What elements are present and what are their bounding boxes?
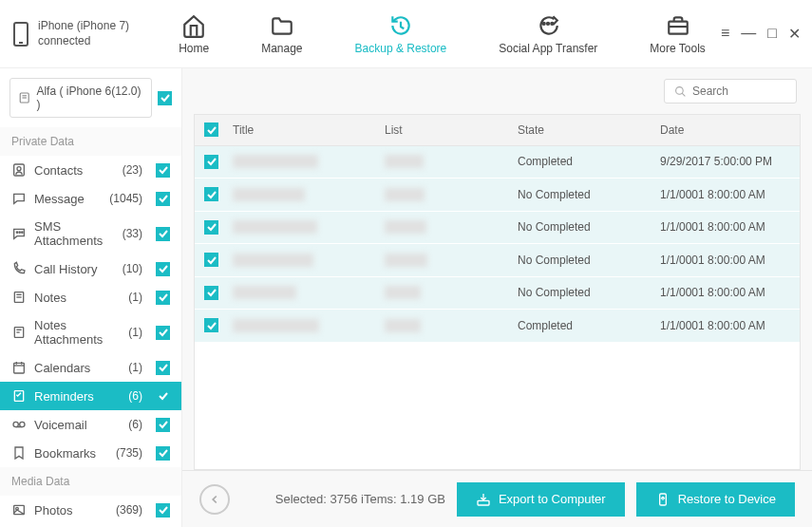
sidebar-item-reminders[interactable]: Reminders (6) (0, 382, 181, 410)
blurred-title: x (233, 220, 317, 234)
bookmark-icon (11, 445, 27, 461)
device-status: connected (38, 34, 129, 49)
blurred-title: x (233, 188, 305, 201)
folder-icon (270, 13, 294, 38)
svg-point-39 (676, 86, 684, 94)
restore-button[interactable]: Restore to Device (636, 482, 795, 517)
row-state: No Completed (518, 254, 660, 267)
maximize-icon[interactable]: □ (767, 25, 777, 43)
backup-selector[interactable]: Alfa ( iPhone 6(12.0) ) (9, 78, 152, 118)
device-info: iPhone (iPhone 7) connected (11, 19, 163, 48)
menu-icon[interactable]: ≡ (721, 25, 729, 43)
sidebar-item-contacts[interactable]: Contacts (23) (0, 156, 181, 184)
search-box[interactable] (664, 79, 797, 104)
svg-line-40 (682, 93, 685, 96)
blurred-title: x (233, 254, 313, 267)
svg-point-14 (22, 232, 23, 233)
sidebar-item-notes[interactable]: Notes (1) (0, 283, 181, 311)
col-date[interactable]: Date (660, 123, 790, 137)
blurred-list: x (385, 286, 421, 299)
svg-rect-25 (14, 391, 23, 402)
search-input[interactable] (692, 85, 786, 98)
calendar-icon (11, 360, 27, 375)
main-nav: Home Manage Backup & Restore Social App … (163, 13, 721, 55)
sidebar-item-notes-attachments[interactable]: Notes Attachments (1) (0, 311, 181, 353)
row-date: 1/1/0001 8:00:00 AM (660, 220, 790, 234)
row-checkbox[interactable] (204, 318, 218, 332)
blurred-list: x (385, 155, 424, 168)
home-icon (181, 13, 206, 38)
nav-home[interactable]: Home (179, 13, 209, 55)
checkbox[interactable] (156, 361, 170, 375)
checkbox[interactable] (156, 389, 170, 404)
sidebar-item-message[interactable]: Message (1045) (0, 184, 181, 213)
checkbox[interactable] (156, 192, 170, 206)
table-row[interactable]: xxNo Completed1/1/0001 8:00:00 AM (195, 277, 800, 311)
select-all-checkbox[interactable] (158, 91, 172, 105)
nav-manage[interactable]: Manage (261, 13, 302, 55)
checkbox[interactable] (156, 418, 170, 432)
nav-social[interactable]: Social App Transfer (499, 13, 597, 55)
select-all-rows[interactable] (204, 122, 218, 137)
svg-point-3 (547, 22, 549, 24)
blurred-list: x (385, 188, 425, 201)
sidebar-item-call-history[interactable]: Call History (10) (0, 254, 181, 283)
selected-summary: Selected: 3756 iTems: 1.19 GB (275, 492, 445, 506)
table-row[interactable]: xxCompleted9/29/2017 5:00:00 PM (195, 146, 800, 179)
blurred-title: x (233, 319, 319, 332)
table-row[interactable]: xxCompleted1/1/0001 8:00:00 AM (195, 310, 800, 343)
checkbox[interactable] (156, 326, 170, 340)
window-controls: ≡ — □ ✕ (721, 25, 801, 43)
checkbox[interactable] (156, 503, 170, 518)
device-name: iPhone (iPhone 7) (38, 19, 129, 34)
sidebar-item-sms-attachments[interactable]: SMS Attachments (33) (0, 213, 181, 254)
blurred-list: x (385, 254, 427, 267)
row-checkbox[interactable] (204, 253, 218, 267)
row-checkbox[interactable] (204, 187, 218, 201)
back-button[interactable] (199, 484, 230, 515)
sidebar-item-calendars[interactable]: Calendars (1) (0, 353, 181, 382)
sidebar-item-photos[interactable]: Photos (369) (0, 496, 181, 524)
sms-attach-icon (11, 226, 27, 241)
checkbox[interactable] (156, 446, 170, 461)
sidebar: Alfa ( iPhone 6(12.0) ) Private Data Con… (0, 68, 182, 527)
nav-more-tools[interactable]: More Tools (650, 13, 705, 55)
export-button[interactable]: Export to Computer (457, 482, 625, 517)
notes-icon (11, 290, 27, 305)
backup-restore-icon (388, 13, 413, 38)
sidebar-item-voicemail[interactable]: Voicemail (6) (0, 410, 181, 439)
row-date: 1/1/0001 8:00:00 AM (660, 254, 790, 267)
row-checkbox[interactable] (204, 220, 218, 235)
checkbox[interactable] (156, 227, 170, 241)
top-bar: iPhone (iPhone 7) connected Home Manage … (0, 0, 812, 68)
nav-backup-restore[interactable]: Backup & Restore (355, 13, 447, 55)
col-title[interactable]: Title (233, 123, 385, 137)
checkbox[interactable] (156, 163, 170, 178)
message-icon (11, 191, 27, 206)
restore-icon (655, 492, 670, 507)
minimize-icon[interactable]: — (741, 25, 756, 43)
row-checkbox[interactable] (204, 286, 218, 300)
contacts-icon (11, 162, 27, 178)
close-icon[interactable]: ✕ (788, 25, 801, 43)
checkbox[interactable] (156, 262, 170, 276)
col-list[interactable]: List (385, 123, 518, 137)
col-state[interactable]: State (518, 123, 660, 137)
row-checkbox[interactable] (204, 155, 218, 169)
blurred-list: x (385, 319, 421, 332)
checkbox[interactable] (156, 291, 170, 305)
voicemail-icon (11, 417, 27, 432)
blurred-title: x (233, 155, 318, 168)
sidebar-item-bookmarks[interactable]: Bookmarks (735) (0, 439, 181, 467)
row-date: 1/1/0001 8:00:00 AM (660, 188, 790, 201)
phone-icon (11, 21, 30, 47)
table-row[interactable]: xxNo Completed1/1/0001 8:00:00 AM (195, 244, 800, 277)
row-date: 1/1/0001 8:00:00 AM (660, 319, 790, 332)
svg-point-2 (543, 22, 545, 24)
table-row[interactable]: xxNo Completed1/1/0001 8:00:00 AM (195, 179, 800, 212)
svg-point-26 (13, 422, 18, 426)
table-row[interactable]: xxNo Completed1/1/0001 8:00:00 AM (195, 212, 800, 245)
search-icon (674, 85, 687, 98)
social-transfer-icon (536, 13, 560, 38)
section-private: Private Data (0, 127, 181, 156)
